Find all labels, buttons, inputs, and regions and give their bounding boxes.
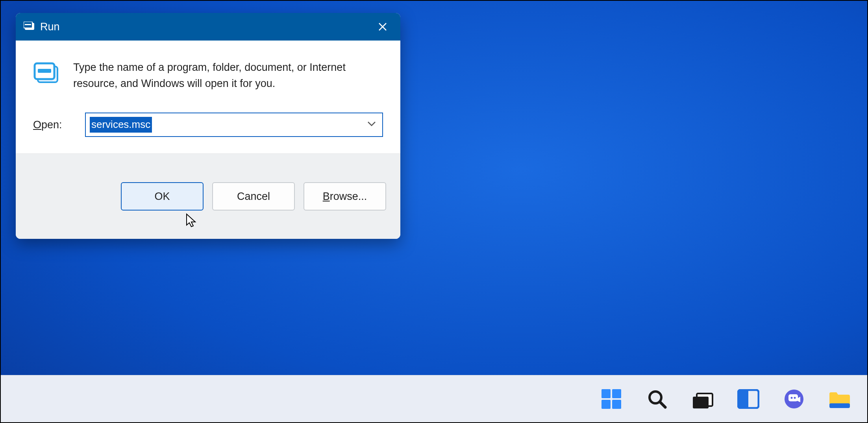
svg-rect-9 xyxy=(601,389,611,398)
open-input-value[interactable]: services.msc xyxy=(90,117,152,132)
close-icon xyxy=(378,22,387,31)
cancel-button-label: Cancel xyxy=(237,190,270,203)
chevron-down-icon[interactable] xyxy=(367,121,376,128)
chat-icon xyxy=(783,388,805,410)
task-view-button[interactable] xyxy=(689,386,716,412)
svg-point-21 xyxy=(791,397,793,399)
ok-button-label: OK xyxy=(154,190,170,203)
widgets-button[interactable] xyxy=(735,386,762,412)
chat-button[interactable] xyxy=(781,386,807,412)
search-icon xyxy=(646,388,668,410)
svg-rect-11 xyxy=(601,400,611,409)
run-dialog: Run Type the name of a program, folder, … xyxy=(16,13,400,239)
svg-line-14 xyxy=(660,402,665,407)
start-button[interactable] xyxy=(598,386,625,412)
browse-button[interactable]: Browse... xyxy=(304,182,386,211)
button-row: OK Cancel Browse... xyxy=(16,153,400,239)
svg-rect-16 xyxy=(693,397,709,408)
svg-rect-23 xyxy=(829,403,850,408)
task-view-icon xyxy=(691,390,714,408)
cancel-button[interactable]: Cancel xyxy=(212,182,295,211)
search-button[interactable] xyxy=(644,386,670,412)
svg-point-22 xyxy=(794,397,796,399)
instruction-text: Type the name of a program, folder, docu… xyxy=(73,59,383,91)
svg-rect-12 xyxy=(612,400,621,409)
close-button[interactable] xyxy=(373,17,392,37)
window-title: Run xyxy=(40,21,60,33)
run-icon xyxy=(24,21,35,33)
ok-button[interactable]: OK xyxy=(121,182,204,211)
browse-button-label: Browse... xyxy=(323,190,367,203)
file-explorer-button[interactable] xyxy=(826,386,853,412)
run-large-icon xyxy=(33,62,60,86)
dialog-body: Type the name of a program, folder, docu… xyxy=(16,41,400,153)
folder-icon xyxy=(828,389,851,409)
svg-rect-18 xyxy=(738,390,748,408)
open-label: Open: xyxy=(33,119,72,131)
titlebar[interactable]: Run xyxy=(16,13,400,41)
widgets-icon xyxy=(737,389,759,409)
taskbar xyxy=(1,375,867,422)
svg-rect-2 xyxy=(25,24,31,25)
windows-start-icon xyxy=(601,388,622,410)
svg-rect-7 xyxy=(38,69,51,73)
svg-rect-10 xyxy=(612,389,621,398)
open-combobox[interactable]: services.msc xyxy=(85,113,383,137)
